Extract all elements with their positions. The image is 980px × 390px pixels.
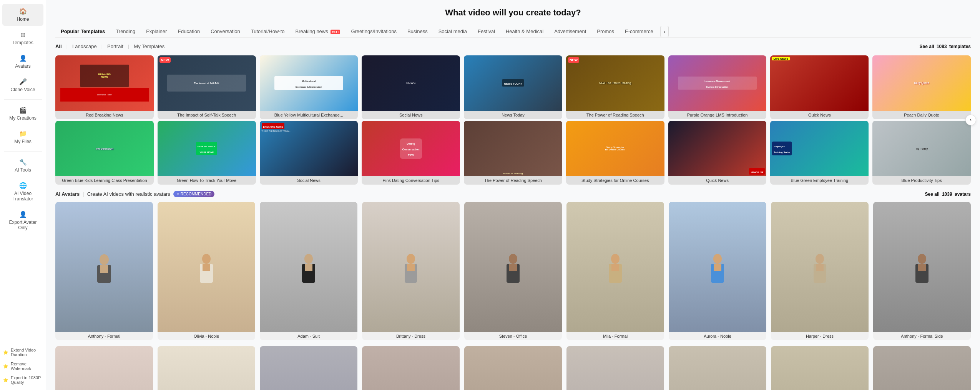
sidebar-item-ai-translator[interactable]: 🌐 AI Video Translator <box>2 178 43 205</box>
svg-rect-26 <box>918 264 926 271</box>
avatar-european-woman[interactable]: Avatar 16 <box>669 346 766 390</box>
template-dating-tips[interactable]: DatingConversationTIPS Pink Dating Conve… <box>362 121 460 185</box>
tab-breaking-news[interactable]: Breaking news HOT <box>290 25 345 38</box>
avatar-bearded-man[interactable]: Avatar 18 <box>873 346 971 390</box>
sidebar-item-home[interactable]: 🏠 Home <box>2 4 43 26</box>
template-power-reading-speech[interactable]: Power of Reading The Power of Reading Sp… <box>464 121 562 185</box>
my-creations-icon: 🎬 <box>19 107 27 114</box>
filter-left: All | Landscape | Portrait | My Template… <box>55 43 164 50</box>
avatar-grid-row2: Avatar 10 Avatar 11 Avatar 12 Avatar 13 <box>55 346 971 390</box>
template-employee-training[interactable]: EmployeeTraining Series Blue Green Emplo… <box>770 121 869 185</box>
svg-rect-5 <box>203 264 210 271</box>
template-social-news2[interactable]: BREAKING NEWS THIS IS THE NEWS OF TODAY.… <box>260 121 358 185</box>
svg-rect-2 <box>100 265 108 273</box>
sidebar-item-avatars[interactable]: 👤 Avatars <box>2 51 43 73</box>
template-green-kids[interactable]: Introduction Green Blue Kids Learning Cl… <box>55 121 154 185</box>
avatars-section-header: AI Avatars | Create AI videos with reali… <box>55 191 971 197</box>
avatar-anthony-formal-side[interactable]: Anthony - Formal Side <box>873 202 971 340</box>
sidebar-item-ai-translator-label: AI Video Translator <box>5 191 41 202</box>
template-track-move[interactable]: HOW TO TRACKYOUR MOVE Green How To Track… <box>158 121 256 185</box>
svg-rect-8 <box>305 264 312 271</box>
sidebar-item-my-files-label: My Files <box>14 139 32 144</box>
promo-extend-video[interactable]: ⭐ Extend Video Duration <box>0 345 46 359</box>
tab-business[interactable]: Business <box>402 25 433 38</box>
svg-rect-23 <box>816 264 824 271</box>
filter-my-templates[interactable]: My Templates <box>134 43 164 50</box>
tab-tutorial[interactable]: Tutorial/How-to <box>246 25 290 38</box>
filter-row: All | Landscape | Portrait | My Template… <box>55 43 971 50</box>
tab-trending[interactable]: Trending <box>110 25 141 38</box>
tab-social-media[interactable]: Social media <box>433 25 472 38</box>
ai-translator-icon: 🌐 <box>19 182 27 189</box>
category-tabs-arrow[interactable]: › <box>660 26 669 37</box>
template-grid-next-arrow[interactable]: › <box>965 115 976 125</box>
home-icon: 🏠 <box>19 8 27 15</box>
avatar-arab-man[interactable]: Avatar 11 <box>158 346 255 390</box>
avatar-black-woman[interactable]: Avatar 13 <box>362 346 460 390</box>
sidebar-item-home-label: Home <box>17 17 29 22</box>
template-quick-news2[interactable]: NEWS LIVE Quick News <box>668 121 767 185</box>
template-study-strategies[interactable]: Study Strategiesfor Online Course. Study… <box>566 121 664 185</box>
sidebar-divider-2 <box>4 151 42 152</box>
avatar-hijab-woman[interactable]: Avatar 10 <box>55 346 153 390</box>
svg-rect-14 <box>509 264 517 271</box>
filter-landscape[interactable]: Landscape <box>72 43 97 50</box>
avatars-subtitle: Create AI videos with realistic avatars <box>87 191 170 197</box>
sidebar-item-export-avatar[interactable]: 👤 Export Avatar Only <box>2 207 43 234</box>
star-icon-3: ⭐ <box>3 378 8 383</box>
tab-festival[interactable]: Festival <box>472 25 500 38</box>
avatars-icon: 👤 <box>19 55 27 62</box>
template-peach-quote[interactable]: Daily Quote Peach Daily Quote <box>872 55 971 119</box>
sidebar-item-my-files[interactable]: 📁 My Files <box>2 126 43 148</box>
tab-health[interactable]: Health & Medical <box>500 25 549 38</box>
page-title: What video will you create today? <box>55 8 971 18</box>
filter-all[interactable]: All <box>55 43 62 50</box>
template-grid-row1: BREAKINGNEWS Live News Ticker Red Breaki… <box>55 55 971 119</box>
tab-explainer[interactable]: Explainer <box>141 25 172 38</box>
template-power-reading[interactable]: NEW NEW The Power Reading The Power of R… <box>566 55 664 119</box>
avatar-dark-woman-suit[interactable]: Avatar 12 <box>260 346 357 390</box>
template-multicultural[interactable]: MulticulturalExchange & Exploration Blue… <box>260 55 358 119</box>
avatar-mila-formal[interactable]: Mila - Formal <box>566 202 664 340</box>
avatar-adam-suit[interactable]: Adam - Suit <box>260 202 357 340</box>
tab-education[interactable]: Education <box>172 25 205 38</box>
filter-portrait[interactable]: Portrait <box>107 43 123 50</box>
sidebar-item-ai-tools[interactable]: 🔧 AI Tools <box>2 155 43 177</box>
tab-greetings[interactable]: Greetings/Invitations <box>345 25 402 38</box>
template-lms-intro[interactable]: Language ManagementSystem Introduction P… <box>668 55 767 119</box>
avatar-harper-dress[interactable]: Harper - Dress <box>771 202 869 340</box>
template-news-today[interactable]: NEWS TODAY News Today <box>464 55 562 119</box>
sidebar-item-templates[interactable]: ⊞ Templates <box>2 27 43 49</box>
see-all-avatars[interactable]: See all 1039 avatars <box>925 192 971 197</box>
avatar-brown-suit-man[interactable]: Avatar 14 <box>464 346 562 390</box>
tab-advertisement[interactable]: Advertisement <box>549 25 591 38</box>
template-social-news-studio[interactable]: NEWS Social News <box>362 55 460 119</box>
sidebar-item-avatars-label: Avatars <box>15 63 30 69</box>
sidebar-item-my-creations[interactable]: 🎬 My Creations <box>2 103 43 125</box>
main-content: What video will you create today? Popula… <box>46 0 980 390</box>
see-all-templates[interactable]: See all 1083 templates <box>920 44 971 49</box>
avatar-olivia-noble[interactable]: Olivia - Noble <box>158 202 255 340</box>
star-icon-2: ⭐ <box>3 364 8 369</box>
avatar-asian-woman[interactable]: Avatar 15 <box>566 346 664 390</box>
template-red-breaking-news[interactable]: BREAKINGNEWS Live News Ticker Red Breaki… <box>55 55 154 119</box>
tab-popular[interactable]: Popular Templates <box>55 25 110 38</box>
tab-promos[interactable]: Promos <box>591 25 620 38</box>
template-productivity-tips[interactable]: Tip Today Blue Productivity Tips <box>872 121 971 185</box>
avatar-brittany-dress[interactable]: Brittany - Dress <box>362 202 460 340</box>
sidebar-item-clone-voice[interactable]: 🎤 Clone Voice <box>2 74 43 96</box>
avatar-anthony-formal[interactable]: Anthony - Formal <box>55 202 153 340</box>
category-tabs: Popular Templates Trending Explainer Edu… <box>55 25 971 38</box>
template-self-talk[interactable]: NEW The Impact of Self-Talk The Impact o… <box>158 55 256 119</box>
template-quick-news[interactable]: LIVE NEWS Quick News <box>770 55 869 119</box>
avatar-formal-woman2[interactable]: Avatar 17 <box>771 346 869 390</box>
svg-point-15 <box>611 254 620 264</box>
avatar-steven-office[interactable]: Steven - Office <box>464 202 562 340</box>
avatar-aurora-noble[interactable]: Aurora - Noble <box>669 202 766 340</box>
sidebar-divider-1 <box>4 99 42 100</box>
tab-conversation[interactable]: Conversation <box>205 25 246 38</box>
tab-ecommerce[interactable]: E-commerce <box>620 25 659 38</box>
promo-export-quality[interactable]: ⭐ Export in 1080P Quality <box>0 373 46 387</box>
promo-remove-watermark[interactable]: ⭐ Remove Watermark <box>0 359 46 373</box>
ai-tools-icon: 🔧 <box>19 158 27 166</box>
